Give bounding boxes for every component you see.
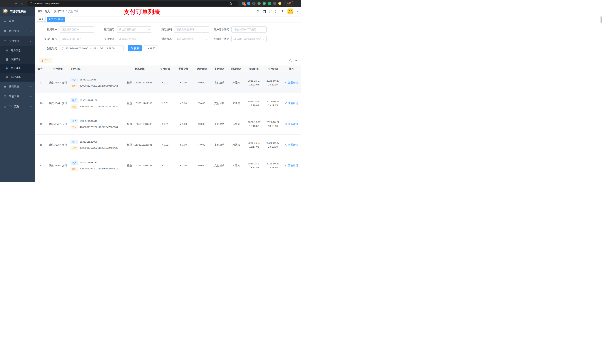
sidebar-item-home[interactable]: ⌂ 首页 <box>0 16 35 26</box>
extension-dark-icon[interactable] <box>252 2 256 5</box>
create-time-cell: 2021-10-27 13:22:05 <box>245 79 263 87</box>
pay-status-input[interactable] <box>117 36 152 42</box>
filter-field-channel-code: 渠道编码 <box>154 26 209 32</box>
pay-order-no: 4200001181202110277723215336 <box>80 105 118 109</box>
fee-amount-cell: ¥ 0.00 <box>174 122 193 126</box>
font-size-icon[interactable]: TT <box>281 10 284 13</box>
export-button[interactable]: 导出 <box>39 58 52 63</box>
extension-chat-icon[interactable] <box>268 2 271 5</box>
browser-menu-icon[interactable]: ⋮ <box>295 2 299 5</box>
search-button[interactable]: 搜索 <box>128 45 142 52</box>
channel-code-input[interactable] <box>174 27 209 32</box>
pay-status-cell: 支付成功 <box>211 122 228 126</box>
bookmark-star-icon[interactable]: ☆ <box>233 2 236 5</box>
app-select[interactable] <box>117 26 152 32</box>
sidebar-item-system[interactable]: ⚙ 系统管理 <box>0 26 35 36</box>
close-icon[interactable]: × <box>61 18 63 20</box>
merchant-order-no-input[interactable] <box>232 27 266 32</box>
extension-pin-icon[interactable] <box>273 2 276 5</box>
create-time-range-picker[interactable]: 2021-10-01 00:00:00 - 2021-10-31 23:59:5… <box>59 45 124 52</box>
sidebar-item-label: 支付管理 <box>9 39 19 43</box>
view-detail-link[interactable]: 查看详情 <box>285 164 298 167</box>
notify-status-select[interactable] <box>231 36 267 42</box>
browser-update-button[interactable]: 更新 <box>284 1 293 6</box>
refresh-icon: ⟳ <box>147 47 149 50</box>
merchant-order-no-field[interactable] <box>231 26 267 32</box>
app-input[interactable] <box>117 27 152 32</box>
sidebar-item-payment[interactable]: ¥ 支付管理 <box>0 36 35 46</box>
chevron-down-icon <box>30 85 32 87</box>
refund-status-input[interactable] <box>174 36 209 42</box>
view-detail-label: 查看详情 <box>288 81 298 85</box>
caret-down-icon[interactable] <box>297 11 298 12</box>
site-info-icon[interactable]: ⓘ <box>30 2 32 5</box>
merchant-tag: 商户 <box>71 140 78 144</box>
browser-back-button[interactable]: ← <box>2 1 7 6</box>
search-icon[interactable] <box>256 10 259 13</box>
view-detail-link[interactable]: 查看详情 <box>285 122 298 126</box>
breadcrumb-home[interactable]: 首页 <box>45 10 50 13</box>
clock-icon <box>62 47 64 50</box>
channel-order-no-input[interactable] <box>59 36 94 42</box>
sidebar-item-pay-order[interactable]: ◉ 支付订单 <box>0 64 35 73</box>
channel-order-no-field[interactable] <box>59 36 94 42</box>
toggle-search-icon[interactable] <box>289 59 292 62</box>
breadcrumb-payment[interactable]: 支付管理 <box>54 10 64 13</box>
extension-drop-icon[interactable] <box>247 2 250 5</box>
sidebar-item-label: 研发工具 <box>9 95 19 98</box>
sidebar-item-refund-order[interactable]: ⧉ 退款订单 <box>0 73 35 82</box>
filter-row-2: 渠道订单号 支付状态 退款状态 <box>39 36 297 42</box>
tab-home[interactable]: 首页 <box>37 17 45 22</box>
table-row: 商户 1635311415796 支付 查看详情 <box>35 176 301 182</box>
browser-forward-button[interactable]: → <box>8 1 13 6</box>
browser-reload-button[interactable]: ⟳ <box>14 1 19 6</box>
table-row: 20 微信 JSAPI 支付 商户 1635311949168 支付 42000… <box>35 93 301 114</box>
help-icon[interactable]: ? <box>269 10 272 13</box>
table-body: 21 微信 JSAPI 支付 商户 1635312124657 支付 42000… <box>35 73 301 182</box>
extension-olive-icon[interactable] <box>258 2 261 5</box>
sidebar-item-dev-tools[interactable]: ⚒ 研发工具 <box>0 92 35 102</box>
sidebar-item-app-info[interactable]: ▦ 应用信息 <box>0 55 35 64</box>
view-detail-link[interactable]: 查看详情 <box>285 143 298 147</box>
fullscreen-icon[interactable] <box>275 10 279 13</box>
merchant-order-no: 1635312124657 <box>80 78 98 82</box>
refund-status-select[interactable] <box>174 36 209 42</box>
briefcase-icon: ≣ <box>3 105 7 108</box>
view-detail-link[interactable]: 查看详情 <box>285 81 298 85</box>
url-text[interactable]: localhost:1024/pay/order <box>33 2 228 5</box>
navbar-actions: ? TT <box>256 9 298 14</box>
notify-status-input[interactable] <box>232 36 266 42</box>
sidebar-item-merchant-info[interactable]: ▤ 商户信息 <box>0 46 35 55</box>
merchant-order-line: 商户 1635311949168 <box>71 98 97 103</box>
extension-colorful-icon[interactable]: 10 <box>242 2 245 5</box>
tab-pay-order[interactable]: 支付订单 × <box>47 17 65 22</box>
reset-button[interactable]: ⟳ 重置 <box>144 45 158 52</box>
view-detail-link[interactable]: 查看详情 <box>285 102 298 105</box>
date-end-value[interactable]: 2021-10-31 23:59:59 <box>92 47 115 50</box>
hamburger-icon[interactable] <box>38 10 42 13</box>
sidebar-item-workflow[interactable]: ≣ 工作流程 <box>0 102 35 112</box>
merchant-select[interactable] <box>59 26 94 32</box>
app-title: 芋道管理系统 <box>10 10 26 13</box>
pay-status-select[interactable] <box>117 36 152 42</box>
refresh-table-icon[interactable]: ⟳ <box>295 59 297 62</box>
browser-home-button[interactable]: ⌂ <box>20 1 25 6</box>
github-icon[interactable] <box>263 10 266 13</box>
date-start-value[interactable]: 2021-10-01 00:00:00 <box>66 47 88 50</box>
channel-code-select[interactable] <box>174 26 209 32</box>
user-avatar[interactable] <box>288 9 293 14</box>
address-bar[interactable]: ⓘ localhost:1024/pay/order ☆ <box>27 1 238 6</box>
product-title-cell: 标题：1635311949168 <box>123 102 156 105</box>
merchant-order-no: 1635311949168 <box>80 99 97 103</box>
export-button-label: 导出 <box>45 59 49 62</box>
extension-check-icon[interactable]: ✓ <box>263 2 266 5</box>
profile-avatar-icon[interactable] <box>278 2 281 5</box>
pay-status-cell: 支付成功 <box>211 102 228 105</box>
share-icon[interactable] <box>230 2 232 5</box>
filter-label: 渠道编码 <box>154 28 174 31</box>
sidebar-item-label: 工作流程 <box>9 105 19 108</box>
pay-channel-cell: 微信 JSAPI 支付 <box>46 102 70 105</box>
sidebar-item-infrastructure[interactable]: ▣ 基础设施 <box>0 82 35 92</box>
merchant-input[interactable] <box>59 27 94 32</box>
pay-status-cell: 支付成功 <box>211 143 228 147</box>
